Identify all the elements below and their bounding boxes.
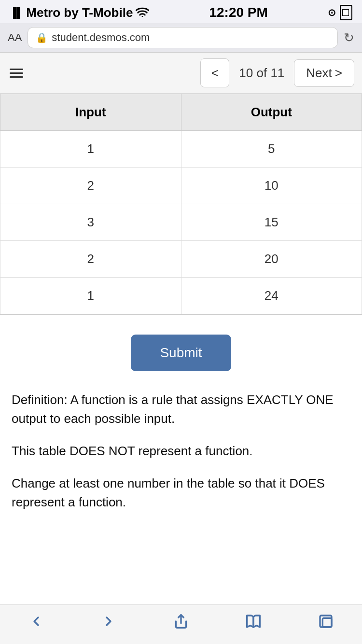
next-arrow-icon: > [335,66,342,81]
lock-icon: 🔒 [36,32,48,43]
submit-button[interactable]: Submit [131,335,231,371]
next-label: Next [306,66,332,81]
hamburger-line [10,72,23,74]
share-button[interactable] [166,612,196,634]
battery-icon [340,5,352,20]
nav-center: < 10 of 11 Next > [200,58,354,87]
input-cell: 3 [0,204,181,241]
table-row: 210 [0,168,362,204]
table-row: 220 [0,241,362,278]
output-cell: 15 [181,204,362,241]
input-cell: 1 [0,131,181,168]
output-cell: 24 [181,278,362,314]
back-button[interactable] [21,612,52,634]
output-cell: 10 [181,168,362,204]
tabs-button[interactable] [310,612,341,634]
input-cell: 2 [0,241,181,278]
next-button[interactable]: Next > [294,59,354,87]
status-left: ▐▌ Metro by T-Mobile [10,5,149,20]
table-row: 15 [0,131,362,168]
bottom-toolbar [0,604,362,644]
input-cell: 2 [0,168,181,204]
submit-section: Submit [0,315,362,386]
hamburger-line [10,76,23,78]
status-right: ⊙ [328,5,352,20]
carrier-label: Metro by T-Mobile [26,5,133,20]
refresh-button[interactable]: ↻ [344,30,354,45]
prev-button[interactable]: < [200,58,229,87]
page-indicator: 10 of 11 [229,66,294,81]
nav-bar: < 10 of 11 Next > [0,53,362,94]
svg-rect-2 [320,616,332,627]
wifi-icon [136,5,149,20]
input-output-table: Input Output 15210315220124 [0,94,362,314]
address-bar[interactable]: 🔒 student.desmos.com [28,27,338,48]
table-container: Input Output 15210315220124 [0,94,362,315]
table-row: 315 [0,204,362,241]
input-cell: 1 [0,278,181,314]
not-function-text: This table DOES NOT represent a function… [12,442,350,461]
browser-chrome: AA 🔒 student.desmos.com ↻ [0,23,362,53]
input-header: Input [0,94,181,131]
time-display: 12:20 PM [209,5,267,20]
svg-point-0 [142,16,143,17]
prev-arrow-icon: < [211,66,219,81]
status-bar: ▐▌ Metro by T-Mobile 12:20 PM ⊙ [0,0,362,23]
bookmarks-button[interactable] [238,612,269,634]
hamburger-line [10,69,23,70]
table-header-row: Input Output [0,94,362,131]
output-header: Output [181,94,362,131]
definition-text: Definition: A function is a rule that as… [12,391,350,428]
forward-button[interactable] [93,612,124,634]
signal-icon: ▐▌ [10,7,23,18]
hamburger-menu[interactable] [8,67,25,80]
output-cell: 5 [181,131,362,168]
table-row: 124 [0,278,362,314]
definition-section: Definition: A function is a rule that as… [0,386,362,540]
screen-record-icon: ⊙ [328,7,336,18]
url-text: student.desmos.com [52,31,150,44]
svg-rect-3 [322,618,332,627]
font-size-control[interactable]: AA [8,31,22,44]
output-cell: 20 [181,241,362,278]
change-instruction-text: Change at least one number in the table … [12,474,350,512]
